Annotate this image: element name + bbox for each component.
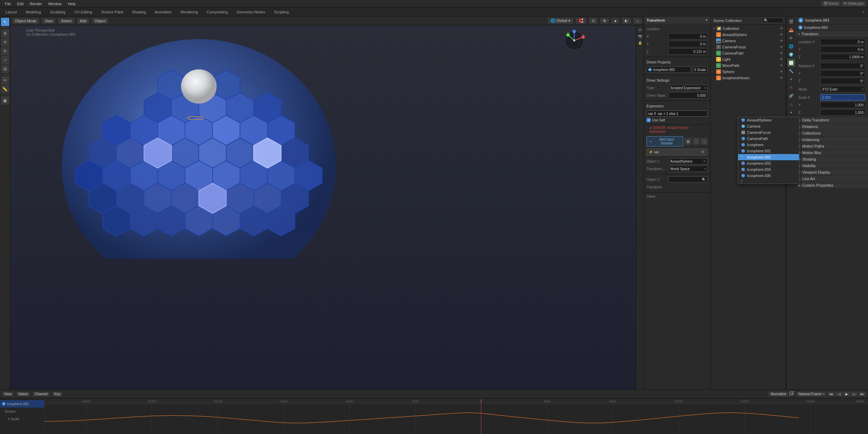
object-menu[interactable]: Object [92, 18, 108, 24]
prev-frame-btn[interactable]: ◁ [836, 392, 843, 396]
tree-item-assaultsphere[interactable]: △ AssaultSphere 👁 [711, 32, 786, 38]
visibility-header[interactable]: ▶ Visibility [796, 163, 868, 169]
add-input-variable-btn[interactable]: + Add Input Variable [647, 136, 683, 146]
tool-transform[interactable]: ⊞ [1, 65, 9, 73]
moonpath-vis[interactable]: 👁 [780, 64, 783, 67]
instancing-header[interactable]: ▶ Instancing [796, 137, 868, 143]
world-space-selector[interactable]: World Space ▾ [668, 166, 708, 172]
prop-icon-object[interactable]: ⬜ [787, 59, 795, 67]
camerapath-vis[interactable]: 👁 [780, 51, 783, 55]
track-icosphere083[interactable]: ● Icosphere.083 [0, 400, 44, 408]
var-extra-btn2[interactable]: ↑ [693, 138, 700, 145]
scale-x-display[interactable]: 0.000 [820, 94, 865, 101]
camera-view-btn[interactable]: 📷 [637, 33, 643, 39]
sphere-vis[interactable]: 👁 [780, 70, 783, 73]
dropdown-scroll-more[interactable]: ▾ [738, 179, 799, 184]
timeline-channel-btn[interactable]: Channel [33, 392, 49, 396]
prop-icon-constraints[interactable]: 🔗 [787, 92, 795, 99]
collections-header[interactable]: ▶ Collections [796, 130, 868, 137]
dropdown-item-camera[interactable]: ▲ Camera [738, 123, 799, 129]
transform-section-header[interactable]: ▾ Transform [796, 31, 868, 37]
tab-layout[interactable]: Layout [1, 9, 21, 15]
tool-measure[interactable]: 📏 [1, 85, 9, 93]
zoom-extents-btn[interactable]: ⊞ [637, 27, 643, 32]
prop-icon-output[interactable]: 📤 [787, 26, 795, 34]
tab-modeling[interactable]: Modeling [22, 9, 45, 15]
tree-item-light[interactable]: ☀ Light 👁 [711, 56, 786, 62]
navigation-gizmo[interactable]: X Y Z [563, 30, 585, 51]
tree-item-moonpath[interactable]: ~ MoonPath 👁 [711, 62, 786, 69]
var-extra-btn1[interactable]: ⊞ [685, 138, 691, 145]
loc-y-display[interactable]: 0 m [820, 46, 865, 52]
tab-scripting[interactable]: Scripting [270, 9, 293, 15]
lock-view-btn[interactable]: 🔒 [637, 40, 643, 45]
dropdown-item-icosphere002[interactable]: ● Icosphere.002 [738, 154, 799, 160]
timeline-view-btn[interactable]: View [2, 392, 14, 396]
tab-animation[interactable]: Animation [151, 9, 176, 15]
object2-input[interactable]: 🔍 [668, 176, 708, 183]
tool-add-cube[interactable]: ▣ [1, 96, 9, 105]
shading-header[interactable]: ▶ Shading [796, 156, 868, 163]
scene-search-input[interactable] [762, 18, 783, 23]
prop-icon-view-layer[interactable]: 👁 [787, 34, 795, 42]
var-remove-btn[interactable]: ✕ [700, 150, 705, 154]
dropdown-item-assaultsphere[interactable]: ● AssaultSphere [738, 117, 799, 123]
rot-x-display[interactable]: 0° [820, 63, 865, 69]
icospherehexes-vis[interactable]: 👁 [780, 76, 783, 80]
tree-item-camera[interactable]: 📷 Camera 👁 [711, 38, 786, 44]
add-workspace[interactable]: + [860, 10, 867, 14]
dropdown-item-camerafocus[interactable]: + CameraFocus [738, 129, 799, 136]
tab-uv-editing[interactable]: UV Editing [70, 9, 96, 15]
motion-paths-header[interactable]: ▶ Motion Paths [796, 143, 868, 150]
tree-item-collection[interactable]: ▾ 📁 Collection 👁 [711, 25, 786, 32]
tool-scale[interactable]: ⤢ [1, 56, 9, 64]
driven-channel-selector[interactable]: X Scale [692, 67, 708, 73]
scene-selector[interactable]: 🎬 Scene [821, 1, 840, 6]
tab-rendering[interactable]: Rendering [176, 9, 202, 15]
tool-select[interactable]: ↖ [1, 18, 9, 26]
tool-move[interactable]: ✛ [1, 38, 9, 46]
dropdown-item-icosphere004[interactable]: ● Icosphere.004 [738, 166, 799, 173]
dropdown-item-camerapath[interactable]: ~ CameraPath [738, 136, 799, 142]
menu-file[interactable]: File [2, 1, 14, 7]
scale-z-display[interactable]: 1.000 [820, 109, 865, 116]
dropdown-item-icosphere005[interactable]: ● Icosphere.005 [738, 173, 799, 179]
prop-icon-world[interactable]: 🌍 [787, 51, 795, 58]
tab-geometry-nodes[interactable]: Geometry Nodes [232, 9, 269, 15]
select-menu[interactable]: Select [58, 18, 74, 24]
timeline-key-btn[interactable]: Key [52, 392, 62, 396]
scale-y-display[interactable]: 1.000 [820, 102, 865, 108]
obj-name-input[interactable] [804, 25, 865, 30]
timeline-select-btn[interactable]: Select [16, 392, 30, 396]
proportional-edit[interactable]: ⊙ [589, 18, 598, 24]
menu-render[interactable]: Render [27, 1, 45, 7]
prop-icon-modifiers[interactable]: 🔧 [787, 67, 795, 75]
driven-object-selector[interactable]: ● Icosphere.083 [647, 67, 691, 73]
shading-material[interactable]: ◐ [622, 18, 631, 24]
prop-icon-particles[interactable]: ✦ [787, 75, 795, 83]
tool-cursor[interactable]: ⊕ [1, 29, 9, 37]
tree-item-sphere[interactable]: ● Sphere 👁 [711, 69, 786, 75]
frame-mode-selector[interactable]: Nearest Frame ▾ [796, 392, 826, 396]
object1-selector[interactable]: AssaultSphere ✕ [668, 158, 708, 164]
camerafocus-vis[interactable]: 👁 [780, 45, 783, 49]
dropdown-item-icosphere[interactable]: ● Icosphere [738, 142, 799, 148]
menu-window[interactable]: Window [46, 1, 64, 7]
prop-icon-render[interactable]: 🎬 [787, 18, 795, 25]
tab-sculpting[interactable]: Sculpting [46, 9, 70, 15]
jump-start-btn[interactable]: ⏮ [828, 392, 835, 396]
custom-properties-header[interactable]: ▶ Custom Properties [796, 182, 868, 189]
viewport-canvas[interactable]: User Perspective (1) Collection | Icosph… [10, 25, 643, 389]
use-self-checkbox[interactable]: ✓ [647, 118, 651, 122]
shading-solid[interactable]: ● [612, 18, 619, 24]
tab-compositing[interactable]: Compositing [203, 9, 232, 15]
assaultsphere-vis[interactable]: 👁 [780, 33, 783, 36]
tool-annotate[interactable]: ✏ [1, 76, 9, 84]
menu-help[interactable]: Help [65, 1, 79, 7]
tab-texture-paint[interactable]: Texture Paint [97, 9, 127, 15]
viewport-display-header[interactable]: ▶ Viewport Display [796, 169, 868, 176]
object1-remove[interactable]: ✕ [703, 160, 706, 163]
normalize-toggle[interactable]: ↺ [789, 391, 795, 397]
mode-dropdown[interactable]: XYZ Euler ▾ [820, 86, 865, 92]
snap-toggle[interactable]: 🧲 [576, 18, 586, 24]
